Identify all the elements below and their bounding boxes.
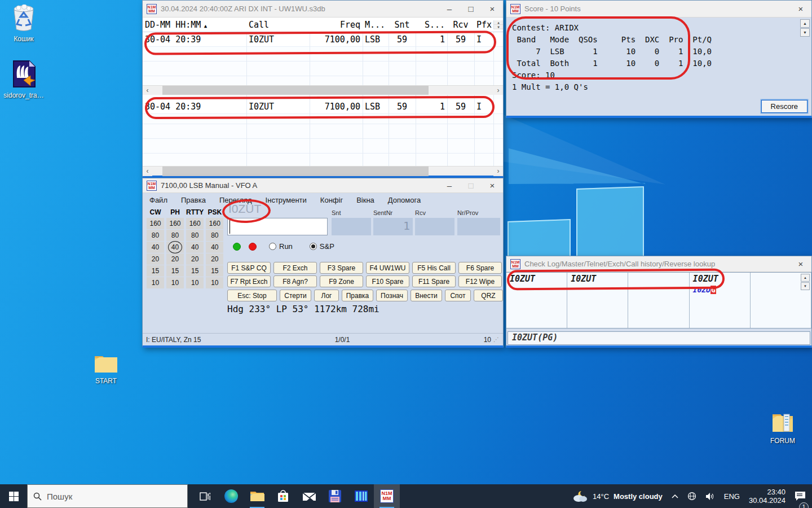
file-explorer-button[interactable]	[244, 484, 270, 508]
log-qso-row[interactable]: 30-04 20:39I0ZUT7100,00LSB59159I	[143, 32, 503, 47]
log-column-header[interactable]: Rcv	[447, 20, 474, 30]
band-button-CW-80[interactable]: 80	[147, 230, 164, 241]
check-column-3[interactable]	[628, 273, 689, 328]
band-button-CW-15[interactable]: 15	[147, 265, 164, 277]
fkey-button[interactable]: F7 Rpt Exch	[227, 275, 271, 287]
network-button[interactable]	[683, 484, 700, 508]
band-button-PSK-10[interactable]: 10	[206, 277, 223, 288]
close-button[interactable]: ×	[482, 178, 503, 192]
menu-item-Вікна[interactable]: Вікна	[356, 196, 374, 204]
action-button[interactable]: Познач	[376, 290, 408, 301]
log-column-header[interactable]: Snt	[389, 20, 416, 30]
resize-grip-icon[interactable]: ⋰	[493, 336, 500, 343]
log-column-header[interactable]: DD-MM HH:MM ▲	[143, 20, 246, 30]
desktop-icon-recycle-bin[interactable]: Кошик	[3, 5, 44, 43]
action-button[interactable]: Лог	[314, 290, 339, 301]
scrollbar-thumb[interactable]	[162, 167, 429, 176]
close-button[interactable]: ×	[790, 256, 811, 271]
check-column-4[interactable]: I0ZUTI0ZUG	[690, 273, 751, 328]
minimize-button[interactable]: –	[439, 178, 460, 192]
check-call-entry[interactable]: I0ZUT	[510, 273, 563, 284]
callsign-input[interactable]	[227, 218, 328, 235]
scrollbar-thumb[interactable]	[162, 86, 429, 95]
band-button-PH-15[interactable]: 15	[166, 265, 184, 277]
log-column-header-row[interactable]: DD-MM HH:MM ▲CallFreqM...SntS...RcvPfx▲▼	[143, 17, 503, 32]
check-column-1[interactable]: I0ZUT	[506, 273, 567, 328]
language-indicator[interactable]: ENG	[720, 484, 744, 508]
taskbar-search-box[interactable]: Пошук	[27, 484, 188, 508]
action-button[interactable]: QRZ	[474, 290, 503, 301]
fkey-button[interactable]: F5 His Call	[412, 262, 456, 274]
field-input-Nr/Prov[interactable]	[457, 218, 500, 235]
score-scroll-spinner[interactable]: ▲ ▼	[800, 19, 810, 37]
field-input-Rcv[interactable]	[415, 218, 454, 235]
menu-item-Правка[interactable]: Правка	[181, 196, 206, 204]
band-button-RTTY-20[interactable]: 20	[186, 253, 204, 265]
log-pane1-horizontal-scrollbar[interactable]: ‹ ›	[143, 85, 503, 95]
band-button-PH-40[interactable]: 40	[166, 242, 184, 253]
run-radio[interactable]: Run	[269, 242, 293, 251]
menu-item-Конфіг[interactable]: Конфіг	[320, 196, 343, 204]
band-button-PSK-20[interactable]: 20	[206, 253, 223, 265]
band-button-RTTY-80[interactable]: 80	[186, 230, 204, 241]
fkey-button[interactable]: F9 Zone	[320, 275, 363, 287]
log-column-header[interactable]: M...	[363, 20, 389, 30]
scroll-right-icon[interactable]: ›	[493, 86, 503, 95]
band-button-CW-40[interactable]: 40	[147, 242, 164, 253]
clock-widget[interactable]: 23:40 30.04.2024	[745, 484, 789, 508]
log-column-header[interactable]: Freq	[310, 20, 363, 30]
band-button-PH-160[interactable]: 160	[166, 218, 184, 229]
menu-item-Інструменти[interactable]: Інструменти	[266, 196, 307, 204]
maximize-button[interactable]: □	[460, 1, 482, 17]
mail-button[interactable]	[296, 484, 322, 508]
log-header-spinner[interactable]: ▲▼	[493, 20, 503, 29]
menu-item-Допомога[interactable]: Допомога	[388, 196, 421, 204]
maximize-button[interactable]: □	[460, 178, 482, 192]
band-button-PSK-15[interactable]: 15	[206, 265, 223, 277]
fkey-button[interactable]: F10 Spare	[366, 275, 409, 287]
band-button-PH-20[interactable]: 20	[166, 253, 184, 265]
check-scroll-spinner[interactable]: ▲ ▼	[801, 274, 810, 291]
n1mm-taskbar-button[interactable]: N1MMM	[374, 484, 400, 508]
spin-down-icon[interactable]: ▼	[494, 25, 503, 29]
check-partial-entry[interactable]: I0ZUG	[693, 284, 747, 296]
band-button-RTTY-40[interactable]: 40	[186, 242, 204, 253]
start-button[interactable]	[0, 484, 27, 508]
action-center-button[interactable]: 1	[791, 484, 810, 508]
scroll-left-icon[interactable]: ‹	[143, 167, 152, 176]
log-column-header[interactable]: Pfx	[474, 20, 493, 30]
scroll-right-icon[interactable]: ›	[493, 167, 503, 176]
check-column-2[interactable]: I0ZUT	[567, 273, 628, 328]
sp-radio[interactable]: S&P	[310, 242, 334, 251]
band-button-CW-10[interactable]: 10	[147, 277, 164, 288]
fkey-button[interactable]: F6 Spare	[458, 262, 502, 274]
fkey-button[interactable]: F11 Spare	[412, 275, 456, 287]
action-button[interactable]: Спот	[445, 290, 471, 301]
band-button-RTTY-160[interactable]: 160	[186, 218, 204, 229]
band-button-PSK-80[interactable]: 80	[206, 230, 223, 241]
check-call-entry[interactable]: I0ZUT	[693, 273, 747, 284]
library-app-button[interactable]	[348, 484, 374, 508]
fkey-button[interactable]: F3 Spare	[320, 262, 363, 274]
minimize-button[interactable]: –	[439, 1, 460, 17]
microsoft-store-button[interactable]	[270, 484, 296, 508]
fkey-button[interactable]: F1 S&P CQ	[227, 262, 271, 274]
field-input-SentNr[interactable]: 1	[373, 218, 413, 235]
menu-item-Файл[interactable]: Файл	[149, 196, 167, 204]
desktop-icon-sidorov-file[interactable]: sidorov_tra…	[3, 60, 44, 99]
close-button[interactable]: ×	[790, 1, 811, 17]
floppy-app-button[interactable]	[322, 484, 348, 508]
task-view-button[interactable]	[192, 484, 218, 508]
spin-up-icon[interactable]: ▲	[800, 19, 810, 28]
spin-down-icon[interactable]: ▼	[800, 28, 810, 37]
spin-down-icon[interactable]: ▼	[801, 282, 810, 290]
band-button-RTTY-10[interactable]: 10	[186, 277, 204, 288]
desktop-icon-forum-folder[interactable]: FORUM	[762, 411, 803, 445]
fkey-button[interactable]: F8 Agn?	[273, 275, 317, 287]
band-button-PSK-40[interactable]: 40	[206, 242, 223, 253]
action-button[interactable]: Esc: Stop	[227, 290, 277, 301]
check-call-entry[interactable]: I0ZUT	[571, 273, 624, 284]
log-column-header[interactable]: Call	[246, 20, 310, 30]
band-button-CW-160[interactable]: 160	[147, 218, 164, 229]
weather-widget[interactable]: 14°C Mostly cloudy	[568, 484, 667, 508]
